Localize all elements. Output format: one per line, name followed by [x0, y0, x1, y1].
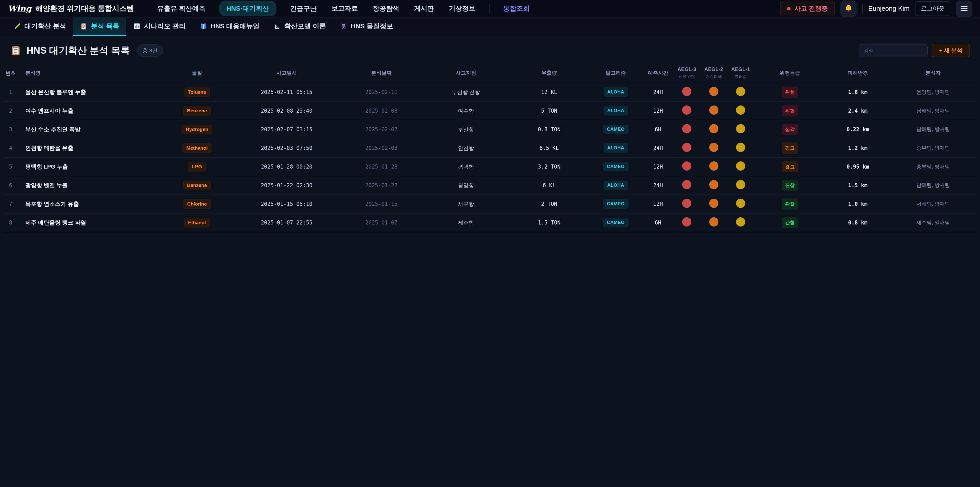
- total-count-badge: 총 8건: [137, 45, 164, 57]
- risk-badge: 경고: [782, 161, 798, 172]
- cell-aegl1: [727, 195, 754, 213]
- clipboard-icon: [80, 22, 88, 30]
- aegl3-indicator-icon: [682, 143, 691, 152]
- nav-item[interactable]: 보고자료: [331, 1, 359, 16]
- nav-item[interactable]: 통합조회: [502, 1, 531, 16]
- sub-tab-bar: 대기확산 분석 분석 목록 시나리오 관리 HNS 대응매뉴얼 확산모델 이론 …: [0, 18, 980, 36]
- cell-analysis-date: 2025-02-11: [340, 83, 422, 101]
- substance-badge: LPG: [188, 162, 206, 172]
- nav-item[interactable]: 게시판: [413, 1, 435, 16]
- cell-aegl2: [700, 157, 727, 176]
- incident-dot-icon: [787, 7, 791, 10]
- column-header: 알고리즘: [589, 63, 643, 83]
- chart-icon: [133, 22, 141, 30]
- cell-risk: 관찰: [754, 213, 826, 232]
- column-header: 물질: [161, 63, 233, 83]
- aegl2-indicator-icon: [709, 161, 718, 171]
- aegl1-indicator-icon: [736, 105, 745, 115]
- column-header: 분석날짜: [340, 63, 422, 83]
- cell-radius: 0.95 km: [826, 157, 890, 176]
- menu-button[interactable]: [956, 0, 972, 17]
- cell-algorithm: ALOHA: [589, 101, 643, 120]
- cell-aegl1: [727, 213, 754, 232]
- cell-no: 3: [3, 120, 18, 139]
- cell-analyst: 서해팀, 방재팀: [890, 195, 977, 213]
- cell-amount: 5 TON: [509, 101, 589, 120]
- table-row[interactable]: 5 평택항 LPG 누출 LPG 2025-01-28 00:20 2025-0…: [3, 157, 977, 176]
- column-header: 피해반경: [826, 63, 890, 83]
- nav-item[interactable]: 항공탐색: [372, 1, 401, 16]
- cell-duration: 24H: [643, 139, 673, 157]
- cell-algorithm: ALOHA: [589, 83, 643, 101]
- cell-risk: 위험: [754, 83, 826, 101]
- column-header: 사고일시: [233, 63, 340, 83]
- aegl3-indicator-icon: [682, 199, 691, 208]
- aegl1-indicator-icon: [736, 124, 745, 133]
- cell-risk: 경고: [754, 139, 826, 157]
- nav-item[interactable]: HNS·대기확산: [219, 1, 277, 16]
- brand-logo: Wing 해양환경 위기대응 통합시스템: [8, 3, 134, 14]
- cell-risk: 관찰: [754, 195, 826, 213]
- cell-duration: 12H: [643, 157, 673, 176]
- new-analysis-button[interactable]: + 새 분석: [932, 44, 970, 57]
- tab-label: HNS 물질정보: [351, 22, 393, 30]
- cell-substance: Ethanol: [161, 213, 233, 232]
- tab[interactable]: HNS 대응매뉴얼: [192, 18, 266, 36]
- table-row[interactable]: 6 광양항 벤젠 누출 Benzene 2025-01-22 02:30 202…: [3, 176, 977, 195]
- table-header-row: 번호분석명물질사고일시분석날짜사고지점유출량알고리즘예측시간AEGL-3생명위협…: [3, 63, 977, 83]
- cell-substance: Benzene: [161, 101, 233, 120]
- aegl1-indicator-icon: [736, 199, 745, 208]
- tab[interactable]: 대기확산 분석: [6, 18, 73, 36]
- tab[interactable]: HNS 물질정보: [333, 18, 400, 36]
- table-row[interactable]: 1 울산 온산항 톨루엔 누출 Toluene 2025-02-11 05:15…: [3, 83, 977, 101]
- cell-location: 부산항: [422, 120, 509, 139]
- cell-incident-datetime: 2025-02-11 05:15: [233, 83, 340, 101]
- nav-item[interactable]: 기상정보: [448, 1, 476, 16]
- cell-algorithm: CAMEO: [589, 213, 643, 232]
- table-row[interactable]: 7 목포항 염소스가 유출 Chlorine 2025-01-15 05:10 …: [3, 195, 977, 213]
- logout-button[interactable]: 로그아웃: [915, 1, 950, 16]
- app-title: 해양환경 위기대응 통합시스템: [35, 3, 134, 14]
- tab[interactable]: 확산모델 이론: [266, 18, 333, 36]
- cell-risk: 위험: [754, 101, 826, 120]
- cell-aegl2: [700, 101, 727, 120]
- cell-no: 8: [3, 213, 18, 232]
- cell-incident-datetime: 2025-02-08 23:40: [233, 101, 340, 120]
- cell-aegl3: [673, 176, 700, 195]
- aegl1-indicator-icon: [736, 180, 745, 189]
- table-row[interactable]: 2 여수 엠프시아 누출 Benzene 2025-02-08 23:40 20…: [3, 101, 977, 120]
- cell-amount: 1.5 TON: [509, 213, 589, 232]
- cell-analysis-name: 울산 온산항 톨루엔 누출: [18, 83, 161, 101]
- cell-amount: 0.8 TON: [509, 120, 589, 139]
- cell-analysis-name: 여수 엠프시아 누출: [18, 101, 161, 120]
- table-row[interactable]: 3 부산 수소 추진연 폭발 Hydrogen 2025-02-07 03:15…: [3, 120, 977, 139]
- cell-analysis-date: 2025-01-22: [340, 176, 422, 195]
- column-header: 분석명: [18, 63, 161, 83]
- algorithm-badge: ALOHA: [604, 87, 628, 97]
- algorithm-badge: CAMEO: [603, 199, 628, 209]
- cell-analysis-name: 부산 수소 추진연 폭발: [18, 120, 161, 139]
- tab[interactable]: 분석 목록: [73, 18, 126, 36]
- column-header: 예측시간: [643, 63, 673, 83]
- table-row[interactable]: 8 제주 에탄올링 탱크 파열 Ethanol 2025-01-07 22:55…: [3, 213, 977, 232]
- cell-algorithm: ALOHA: [589, 139, 643, 157]
- cell-algorithm: CAMEO: [589, 120, 643, 139]
- aegl3-indicator-icon: [682, 124, 691, 133]
- substance-badge: Methanol: [182, 143, 212, 153]
- cell-algorithm: ALOHA: [589, 176, 643, 195]
- search-input[interactable]: [859, 44, 928, 57]
- nav-item[interactable]: 긴급구난: [289, 1, 318, 16]
- nav-item[interactable]: 유출유 확산예측: [156, 1, 207, 16]
- cell-location: 광양항: [422, 176, 509, 195]
- table-row[interactable]: 4 인천항 메탄올 유출 Methanol 2025-02-03 07:50 2…: [3, 139, 977, 157]
- tab[interactable]: 시나리오 관리: [126, 18, 192, 36]
- cell-no: 6: [3, 176, 18, 195]
- algorithm-badge: CAMEO: [603, 218, 628, 227]
- cell-analysis-date: 2025-01-15: [340, 195, 422, 213]
- tab-label: 분석 목록: [91, 22, 119, 30]
- notifications-button[interactable]: [840, 0, 857, 17]
- algorithm-badge: ALOHA: [604, 143, 628, 153]
- cell-algorithm: CAMEO: [589, 195, 643, 213]
- cell-aegl1: [727, 120, 754, 139]
- aegl3-indicator-icon: [682, 161, 691, 171]
